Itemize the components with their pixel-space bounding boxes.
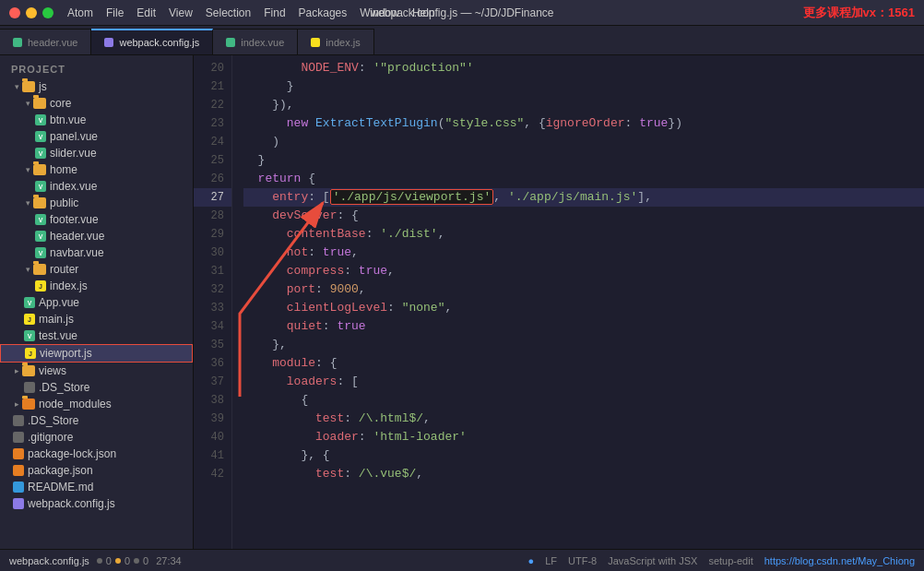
sidebar-item-btn-vue[interactable]: V btn.vue bbox=[0, 112, 193, 128]
md-file-icon bbox=[13, 482, 24, 493]
close-button[interactable] bbox=[9, 7, 20, 18]
sidebar-item-footer-vue[interactable]: V footer.vue bbox=[0, 211, 193, 228]
status-zero2: 0 bbox=[124, 555, 130, 566]
vue-file-icon: V bbox=[35, 131, 46, 142]
sidebar-item-label: router bbox=[50, 263, 78, 276]
vue-file-icon: V bbox=[24, 330, 35, 341]
sidebar-item-viewport-js[interactable]: J viewport.js bbox=[0, 344, 193, 363]
line-num-25: 25 bbox=[194, 151, 231, 170]
line-num-21: 21 bbox=[194, 77, 231, 96]
code-line-25: } bbox=[243, 151, 924, 170]
line-num-26: 26 bbox=[194, 170, 231, 188]
collapse-arrow: ▾ bbox=[13, 83, 20, 90]
sidebar-item-label: package-lock.json bbox=[28, 447, 116, 460]
js-file-icon bbox=[311, 38, 320, 47]
tab-webpack-config[interactable]: webpack.config.js bbox=[91, 29, 213, 54]
sidebar-item-router-index-js[interactable]: J index.js bbox=[0, 278, 193, 294]
status-blog-link[interactable]: https://blog.csdn.net/May_Chiong bbox=[764, 555, 915, 566]
minimize-button[interactable] bbox=[26, 7, 37, 18]
titlebar: Atom File Edit View Selection Find Packa… bbox=[0, 0, 924, 26]
folder-icon bbox=[33, 98, 46, 109]
sidebar-item-test-vue[interactable]: V test.vue bbox=[0, 327, 193, 344]
menu-edit[interactable]: Edit bbox=[136, 6, 156, 19]
line-num-35: 35 bbox=[194, 336, 231, 354]
line-num-27: 27 bbox=[194, 188, 231, 207]
vue-file-icon: V bbox=[24, 297, 35, 308]
sidebar-item-router[interactable]: ▾ router bbox=[0, 261, 193, 278]
menu-packages[interactable]: Packages bbox=[299, 6, 348, 19]
sidebar-item-home[interactable]: ▾ home bbox=[0, 161, 193, 178]
menu-view[interactable]: View bbox=[169, 6, 193, 19]
line-num-38: 38 bbox=[194, 391, 231, 410]
sidebar-item-ds-store[interactable]: .DS_Store bbox=[0, 379, 193, 396]
status-zero1: 0 bbox=[106, 555, 112, 566]
vue-file-icon: V bbox=[35, 181, 46, 192]
sidebar-item-slider-vue[interactable]: V slider.vue bbox=[0, 145, 193, 161]
code-line-34: quiet: true bbox=[243, 317, 924, 336]
sidebar-item-label: main.js bbox=[39, 313, 74, 326]
menu-selection[interactable]: Selection bbox=[206, 6, 251, 19]
sidebar-item-label: panel.vue bbox=[50, 130, 98, 143]
folder-icon bbox=[33, 197, 46, 208]
collapse-arrow: ▸ bbox=[13, 400, 20, 408]
folder-icon bbox=[22, 81, 35, 92]
sidebar: Project ▾ js ▾ core V btn.vue V panel.vu… bbox=[0, 55, 194, 549]
sidebar-item-panel-vue[interactable]: V panel.vue bbox=[0, 128, 193, 145]
statusbar: webpack.config.js 0 0 0 27:34 ● LF UTF-8… bbox=[0, 549, 924, 571]
sidebar-item-main-js[interactable]: J main.js bbox=[0, 311, 193, 327]
menu-atom[interactable]: Atom bbox=[67, 6, 93, 19]
sidebar-item-gitignore[interactable]: .gitignore bbox=[0, 429, 193, 446]
sidebar-item-ds-store2[interactable]: .DS_Store bbox=[0, 412, 193, 429]
editor[interactable]: 20 21 22 23 24 25 26 27 28 29 30 31 32 3… bbox=[194, 55, 924, 549]
tab-index-js[interactable]: index.js bbox=[298, 29, 373, 54]
tab-index-vue[interactable]: index.vue bbox=[213, 29, 298, 54]
status-encoding: UTF-8 bbox=[568, 555, 597, 566]
tab-label: index.js bbox=[326, 37, 360, 48]
code-line-40: loader: 'html-loader' bbox=[243, 428, 924, 446]
tab-header-vue[interactable]: header.vue bbox=[0, 29, 91, 54]
sidebar-item-app-vue[interactable]: V App.vue bbox=[0, 294, 193, 311]
sidebar-item-label: test.vue bbox=[39, 329, 77, 342]
folder-icon bbox=[33, 264, 46, 275]
sidebar-item-readme[interactable]: README.md bbox=[0, 479, 193, 495]
maximize-button[interactable] bbox=[42, 7, 53, 18]
status-language: JavaScript with JSX bbox=[608, 555, 697, 566]
sidebar-item-package-json[interactable]: package.json bbox=[0, 462, 193, 479]
status-setup: setup-edit bbox=[708, 555, 752, 566]
vue-file-icon: V bbox=[35, 114, 46, 125]
folder-icon bbox=[22, 365, 35, 376]
sidebar-item-public[interactable]: ▾ public bbox=[0, 195, 193, 211]
generic-file-icon bbox=[13, 432, 24, 443]
sidebar-item-label: node_modules bbox=[39, 398, 112, 410]
status-right: ● LF UTF-8 JavaScript with JSX setup-edi… bbox=[528, 555, 915, 566]
sidebar-item-package-lock[interactable]: package-lock.json bbox=[0, 446, 193, 462]
sidebar-item-index-vue[interactable]: V index.vue bbox=[0, 178, 193, 195]
code-line-41: }, { bbox=[243, 446, 924, 465]
menu-find[interactable]: Find bbox=[264, 6, 285, 19]
line-num-37: 37 bbox=[194, 373, 231, 391]
collapse-arrow: ▾ bbox=[24, 100, 31, 107]
sidebar-item-node-modules[interactable]: ▸ node_modules bbox=[0, 396, 193, 412]
sidebar-item-label: package.json bbox=[28, 464, 93, 477]
code-line-23: new ExtractTextPlugin("style.css", {igno… bbox=[243, 114, 924, 133]
sidebar-item-webpack-config[interactable]: webpack.config.js bbox=[0, 495, 193, 512]
vue-file-icon: V bbox=[35, 247, 46, 258]
sidebar-item-views[interactable]: ▸ views bbox=[0, 363, 193, 379]
code-line-27: entry: ['./app/js/viewport.js', './app/j… bbox=[243, 188, 924, 207]
sidebar-item-label: btn.vue bbox=[50, 113, 86, 126]
line-num-24: 24 bbox=[194, 133, 231, 151]
vue-file-icon bbox=[226, 38, 235, 47]
code-line-36: module: { bbox=[243, 354, 924, 373]
sidebar-item-js[interactable]: ▾ js bbox=[0, 78, 193, 95]
line-num-34: 34 bbox=[194, 317, 231, 336]
collapse-arrow: ▾ bbox=[24, 199, 31, 207]
sidebar-item-header-vue[interactable]: V header.vue bbox=[0, 228, 193, 244]
line-num-23: 23 bbox=[194, 114, 231, 133]
sidebar-item-navbar-vue[interactable]: V navbar.vue bbox=[0, 244, 193, 261]
sidebar-item-label: js bbox=[39, 80, 47, 93]
menu-file[interactable]: File bbox=[106, 6, 124, 19]
generic-file-icon bbox=[13, 415, 24, 426]
sidebar-item-core[interactable]: ▾ core bbox=[0, 95, 193, 112]
line-num-32: 32 bbox=[194, 280, 231, 299]
line-num-20: 20 bbox=[194, 59, 231, 77]
